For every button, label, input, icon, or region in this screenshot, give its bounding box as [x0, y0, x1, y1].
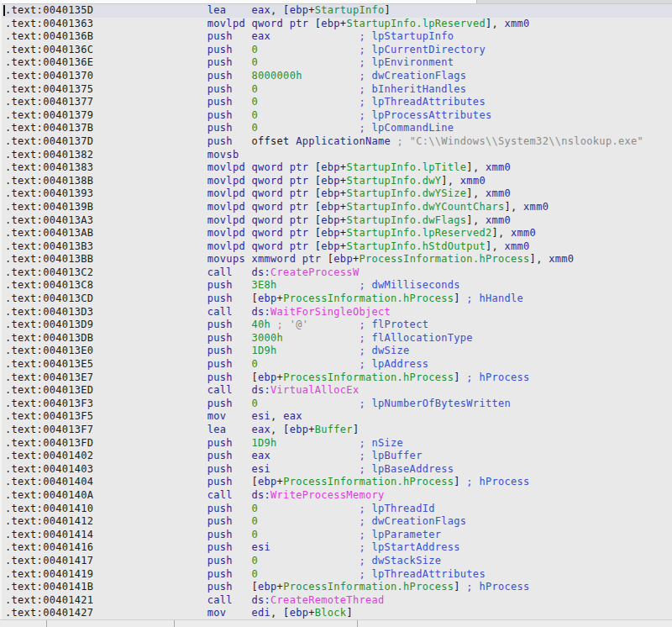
address: .text:00401412 [5, 515, 207, 527]
disasm-line[interactable]: .text:00401402 push eax ; lpBuffer [0, 450, 672, 463]
disasm-line[interactable]: .text:0040141B push [ebp+ProcessInformat… [0, 581, 672, 594]
disasm-line[interactable]: .text:0040136C push 0 ; lpCurrentDirecto… [0, 44, 672, 57]
comment: ; hProcess [466, 371, 529, 383]
address: .text:00401416 [5, 541, 207, 553]
mnemonic: push [207, 135, 252, 147]
disasm-line[interactable]: .text:004013FD push 1D9h ; nSize [0, 437, 672, 450]
token: qword ptr [251, 201, 308, 213]
disasm-line[interactable]: .text:0040137D push offset ApplicationNa… [0, 135, 672, 149]
disasm-line[interactable]: .text:00401412 push 0 ; dwCreationFlags [0, 515, 672, 529]
disasm-line[interactable]: .text:004013CD push [ebp+ProcessInformat… [0, 292, 672, 306]
disasm-line[interactable]: .text:00401375 push 0 ; bInheritHandles [0, 83, 672, 97]
disasm-line[interactable]: .text:004013D3 call ds:WaitForSingleObje… [0, 306, 672, 319]
token: xmmword ptr [251, 253, 321, 265]
mnemonic: movsb [207, 149, 252, 161]
disasm-line[interactable]: .text:004013BB movups xmmword ptr [ebp+P… [0, 253, 672, 266]
operands: qword ptr [ebp+StartupInfo.lpReserved], … [251, 18, 529, 29]
token: StartupInfo.lpTitle [346, 161, 466, 173]
disasm-line[interactable]: .text:004013E7 push [ebp+ProcessInformat… [0, 371, 672, 385]
token: ebp [321, 201, 340, 213]
disasm-line[interactable]: .text:004013AB movlpd qword ptr [ebp+Sta… [0, 227, 672, 240]
mnemonic: push [207, 358, 252, 370]
disasm-line[interactable]: .text:0040136E push 0 ; lpEnvironment [0, 56, 672, 70]
mnemonic: movlpd [207, 175, 252, 187]
token: [ [251, 371, 258, 383]
disasm-line[interactable]: .text:00401383 movlpd qword ptr [ebp+Sta… [0, 161, 672, 175]
disasm-line[interactable]: .text:0040137B push 0 ; lpCommandLine [0, 122, 672, 135]
token: 3000h [251, 332, 283, 344]
token: ebp [321, 240, 340, 252]
disasm-line[interactable]: .text:0040138B movlpd qword ptr [ebp+Sta… [0, 175, 672, 188]
disasm-line[interactable]: .text:004013F7 lea eax, [ebp+Buffer] [0, 424, 672, 437]
disasm-line[interactable]: .text:0040140A call ds:WriteProcessMemor… [0, 489, 672, 503]
token: , [ [270, 607, 290, 619]
column-divider-tick [357, 620, 358, 627]
token: ProcessInformation.hProcess [283, 292, 454, 304]
operands: eax, [ebp+StartupInfo] [251, 4, 391, 16]
address: .text:0040137D [5, 135, 207, 147]
comment: ; lpNumberOfBytesWritten [359, 398, 511, 409]
token: xmm0 [486, 214, 511, 226]
mnemonic: push [207, 70, 252, 82]
comment: ; hProcess [466, 581, 529, 593]
disasm-line[interactable]: .text:0040136B push eax ; lpStartupInfo [0, 30, 672, 44]
disasm-line[interactable]: .text:00401419 push 0 ; lpThreadAttribut… [0, 568, 672, 582]
disasm-line[interactable]: .text:00401363 movlpd qword ptr [ebp+Sta… [0, 18, 672, 31]
disasm-line[interactable]: .text:00401414 push 0 ; lpParameter [0, 529, 672, 542]
disasm-line[interactable]: .text:00401421 call ds:CreateRemoteThrea… [0, 594, 672, 608]
disasm-line[interactable]: .text:004013E0 push 1D9h ; dwSize [0, 345, 672, 358]
mnemonic: call [207, 594, 252, 606]
token [277, 345, 360, 356]
operands: esi [251, 463, 270, 475]
disasm-line[interactable]: .text:004013DB push 3000h ; flAllocation… [0, 332, 672, 345]
token: 0 [251, 555, 258, 566]
mnemonic: call [207, 266, 252, 278]
disasm-line[interactable]: .text:004013E5 push 0 ; lpAddress [0, 358, 672, 371]
operands: [ebp+ProcessInformation.hProcess] [251, 581, 459, 593]
disasm-line[interactable]: .text:004013C2 call ds:CreateProcessW [0, 266, 672, 280]
disasm-line[interactable]: .text:00401377 push 0 ; lpThreadAttribut… [0, 96, 672, 109]
mnemonic: push [207, 345, 252, 356]
token: 1D9h [251, 345, 276, 356]
disasm-line[interactable]: .text:004013B3 movlpd qword ptr [ebp+Sta… [0, 240, 672, 254]
address: .text:004013FD [5, 437, 207, 449]
disasm-line[interactable]: .text:00401382 movsb [0, 149, 672, 162]
disasm-line[interactable]: .text:00401379 push 0 ; lpProcessAttribu… [0, 109, 672, 123]
token: , [270, 410, 283, 422]
token [302, 70, 360, 82]
token: + [277, 581, 284, 593]
disasm-line[interactable]: .text:004013F5 mov esi, eax [0, 410, 672, 424]
address: .text:00401377 [5, 96, 207, 108]
mnemonic: push [207, 515, 252, 527]
disasm-line[interactable]: .text:0040135D lea eax, [ebp+StartupInfo… [0, 4, 672, 18]
disasm-line[interactable]: .text:004013ED call ds:VirtualAllocEx [0, 384, 672, 398]
comment: ; lpCommandLine [359, 122, 454, 134]
disasm-line[interactable]: .text:0040139B movlpd qword ptr [ebp+Sta… [0, 201, 672, 214]
disasm-line[interactable]: .text:00401403 push esi ; lpBaseAddress [0, 463, 672, 477]
disasm-line[interactable]: .text:00401404 push [ebp+ProcessInformat… [0, 476, 672, 489]
operands: 1D9h [251, 345, 276, 356]
disassembly-listing[interactable]: .text:0040135D lea eax, [ebp+StartupInfo… [0, 4, 672, 620]
operands: ds:VirtualAllocEx [251, 384, 359, 396]
disasm-line[interactable]: .text:004013F3 push 0 ; lpNumberOfBytesW… [0, 398, 672, 411]
disasm-line[interactable]: .text:00401393 movlpd qword ptr [ebp+Sta… [0, 187, 672, 201]
token: 0 [251, 515, 258, 527]
address: .text:004013E0 [5, 345, 207, 356]
address: .text:00401402 [5, 450, 207, 461]
disasm-line[interactable]: .text:004013C8 push 3E8h ; dwMillisecond… [0, 279, 672, 292]
disasm-line[interactable]: .text:004013D9 push 40h ; '@' ; flProtec… [0, 319, 672, 332]
disasm-line[interactable]: .text:00401427 mov edi, [ebp+Block] [0, 607, 672, 620]
disasm-line[interactable]: .text:00401410 push 0 ; lpThreadId [0, 503, 672, 516]
column-divider-tick [46, 620, 47, 627]
comment: ; flAllocationType [359, 332, 472, 344]
disasm-line[interactable]: .text:00401416 push esi ; lpStartAddress [0, 541, 672, 555]
token: ProcessInformation.hProcess [283, 371, 454, 383]
mnemonic: push [207, 30, 252, 42]
disasm-line[interactable]: .text:00401370 push 8000000h ; dwCreatio… [0, 70, 672, 83]
token: esi [251, 410, 270, 422]
address: .text:004013BB [5, 253, 207, 265]
disasm-line[interactable]: .text:00401417 push 0 ; dwStackSize [0, 555, 672, 568]
operands: qword ptr [ebp+StartupInfo.dwY], xmm0 [251, 175, 485, 187]
comment: ; nSize [359, 437, 403, 449]
disasm-line[interactable]: .text:004013A3 movlpd qword ptr [ebp+Sta… [0, 214, 672, 228]
